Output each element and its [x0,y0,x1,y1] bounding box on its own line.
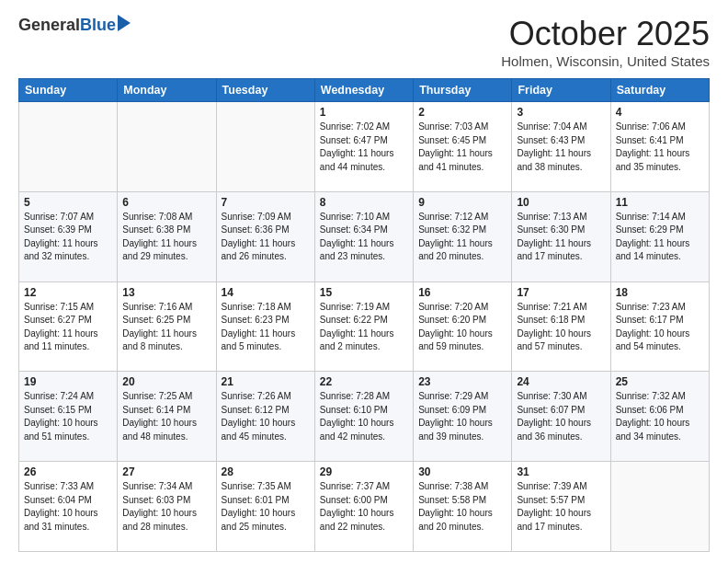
logo: General Blue [18,15,131,35]
day-number: 11 [616,196,704,209]
col-wednesday: Wednesday [314,79,413,102]
day-number: 13 [122,286,210,299]
calendar-cell: 13Sunrise: 7:16 AM Sunset: 6:25 PM Dayli… [118,282,216,372]
day-number: 4 [616,106,704,119]
calendar-cell: 22Sunrise: 7:28 AM Sunset: 6:10 PM Dayli… [314,372,413,462]
logo-blue: Blue [80,16,116,35]
calendar-cell: 20Sunrise: 7:25 AM Sunset: 6:14 PM Dayli… [118,372,216,462]
day-info: Sunrise: 7:34 AM Sunset: 6:03 PM Dayligh… [122,480,210,534]
day-number: 15 [320,286,408,299]
day-info: Sunrise: 7:38 AM Sunset: 5:58 PM Dayligh… [418,480,506,534]
day-info: Sunrise: 7:16 AM Sunset: 6:25 PM Dayligh… [122,301,210,354]
day-info: Sunrise: 7:18 AM Sunset: 6:23 PM Dayligh… [222,301,310,354]
day-number: 16 [418,286,506,299]
location: Holmen, Wisconsin, United States [501,53,710,69]
col-sunday: Sunday [19,79,118,102]
calendar-cell: 30Sunrise: 7:38 AM Sunset: 5:58 PM Dayli… [414,462,512,552]
header: General Blue October 2025 Holmen, Wiscon… [18,15,710,69]
day-info: Sunrise: 7:23 AM Sunset: 6:17 PM Dayligh… [616,301,704,354]
day-number: 30 [418,465,506,478]
day-number: 2 [418,106,506,119]
day-number: 8 [320,196,408,209]
day-number: 31 [517,465,605,478]
day-info: Sunrise: 7:20 AM Sunset: 6:20 PM Dayligh… [418,301,506,354]
day-info: Sunrise: 7:07 AM Sunset: 6:39 PM Dayligh… [24,211,112,264]
calendar-cell: 3Sunrise: 7:04 AM Sunset: 6:43 PM Daylig… [512,102,610,192]
day-number: 7 [222,196,310,209]
day-info: Sunrise: 7:33 AM Sunset: 6:04 PM Dayligh… [24,480,112,534]
calendar-cell [216,102,314,192]
calendar-cell: 17Sunrise: 7:21 AM Sunset: 6:18 PM Dayli… [512,282,610,372]
calendar-cell: 1Sunrise: 7:02 AM Sunset: 6:47 PM Daylig… [314,102,413,192]
day-info: Sunrise: 7:04 AM Sunset: 6:43 PM Dayligh… [517,121,605,174]
calendar-cell: 4Sunrise: 7:06 AM Sunset: 6:41 PM Daylig… [610,102,709,192]
day-number: 29 [320,465,408,478]
day-info: Sunrise: 7:32 AM Sunset: 6:06 PM Dayligh… [616,390,704,443]
day-info: Sunrise: 7:26 AM Sunset: 6:12 PM Dayligh… [222,390,310,443]
calendar-cell: 21Sunrise: 7:26 AM Sunset: 6:12 PM Dayli… [216,372,314,462]
calendar-cell: 11Sunrise: 7:14 AM Sunset: 6:29 PM Dayli… [610,191,709,282]
col-thursday: Thursday [414,79,512,102]
calendar-cell: 10Sunrise: 7:13 AM Sunset: 6:30 PM Dayli… [512,191,610,282]
col-saturday: Saturday [610,79,709,102]
title-block: October 2025 Holmen, Wisconsin, United S… [501,15,710,69]
day-info: Sunrise: 7:30 AM Sunset: 6:07 PM Dayligh… [517,390,605,443]
day-info: Sunrise: 7:37 AM Sunset: 6:00 PM Dayligh… [320,480,408,534]
calendar-cell [118,102,216,192]
week-row-0: 1Sunrise: 7:02 AM Sunset: 6:47 PM Daylig… [19,102,710,192]
day-info: Sunrise: 7:13 AM Sunset: 6:30 PM Dayligh… [517,211,605,264]
calendar-cell: 23Sunrise: 7:29 AM Sunset: 6:09 PM Dayli… [414,372,512,462]
calendar-cell: 16Sunrise: 7:20 AM Sunset: 6:20 PM Dayli… [414,282,512,372]
day-number: 5 [24,196,112,209]
calendar-cell: 24Sunrise: 7:30 AM Sunset: 6:07 PM Dayli… [512,372,610,462]
logo-general: General [18,16,80,35]
day-number: 20 [122,375,210,388]
day-number: 22 [320,375,408,388]
calendar-cell: 9Sunrise: 7:12 AM Sunset: 6:32 PM Daylig… [414,191,512,282]
day-number: 19 [24,375,112,388]
day-info: Sunrise: 7:39 AM Sunset: 5:57 PM Dayligh… [517,480,605,534]
calendar-cell: 25Sunrise: 7:32 AM Sunset: 6:06 PM Dayli… [610,372,709,462]
calendar-cell: 7Sunrise: 7:09 AM Sunset: 6:36 PM Daylig… [216,191,314,282]
calendar-cell: 27Sunrise: 7:34 AM Sunset: 6:03 PM Dayli… [118,462,216,552]
day-number: 18 [616,286,704,299]
calendar-table: Sunday Monday Tuesday Wednesday Thursday… [18,78,710,552]
day-number: 6 [122,196,210,209]
day-info: Sunrise: 7:09 AM Sunset: 6:36 PM Dayligh… [222,211,310,264]
col-tuesday: Tuesday [216,79,314,102]
col-monday: Monday [118,79,216,102]
page: General Blue October 2025 Holmen, Wiscon… [0,0,728,563]
week-row-3: 19Sunrise: 7:24 AM Sunset: 6:15 PM Dayli… [19,372,710,462]
logo-arrow-icon [118,15,131,31]
day-info: Sunrise: 7:28 AM Sunset: 6:10 PM Dayligh… [320,390,408,443]
day-info: Sunrise: 7:08 AM Sunset: 6:38 PM Dayligh… [122,211,210,264]
calendar-cell [610,462,709,552]
header-row: Sunday Monday Tuesday Wednesday Thursday… [19,79,710,102]
col-friday: Friday [512,79,610,102]
day-info: Sunrise: 7:15 AM Sunset: 6:27 PM Dayligh… [24,301,112,354]
calendar-cell: 5Sunrise: 7:07 AM Sunset: 6:39 PM Daylig… [19,191,118,282]
day-info: Sunrise: 7:14 AM Sunset: 6:29 PM Dayligh… [616,211,704,264]
calendar-cell: 15Sunrise: 7:19 AM Sunset: 6:22 PM Dayli… [314,282,413,372]
day-number: 12 [24,286,112,299]
calendar-cell: 19Sunrise: 7:24 AM Sunset: 6:15 PM Dayli… [19,372,118,462]
day-info: Sunrise: 7:19 AM Sunset: 6:22 PM Dayligh… [320,301,408,354]
day-number: 3 [517,106,605,119]
calendar-cell: 6Sunrise: 7:08 AM Sunset: 6:38 PM Daylig… [118,191,216,282]
month-title: October 2025 [501,15,710,53]
day-number: 10 [517,196,605,209]
day-number: 9 [418,196,506,209]
day-info: Sunrise: 7:06 AM Sunset: 6:41 PM Dayligh… [616,121,704,174]
day-info: Sunrise: 7:10 AM Sunset: 6:34 PM Dayligh… [320,211,408,264]
day-number: 26 [24,465,112,478]
calendar-cell: 26Sunrise: 7:33 AM Sunset: 6:04 PM Dayli… [19,462,118,552]
week-row-2: 12Sunrise: 7:15 AM Sunset: 6:27 PM Dayli… [19,282,710,372]
day-number: 28 [222,465,310,478]
day-info: Sunrise: 7:24 AM Sunset: 6:15 PM Dayligh… [24,390,112,443]
calendar-cell: 2Sunrise: 7:03 AM Sunset: 6:45 PM Daylig… [414,102,512,192]
calendar-cell: 18Sunrise: 7:23 AM Sunset: 6:17 PM Dayli… [610,282,709,372]
day-number: 14 [222,286,310,299]
calendar-cell [19,102,118,192]
day-number: 17 [517,286,605,299]
calendar-cell: 12Sunrise: 7:15 AM Sunset: 6:27 PM Dayli… [19,282,118,372]
